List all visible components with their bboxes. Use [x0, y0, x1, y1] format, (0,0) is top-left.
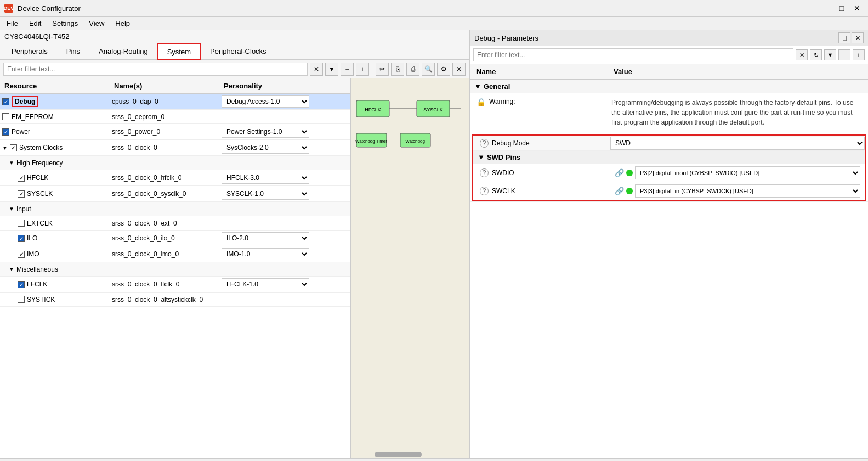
resource-cell: ✔ SYSCLK: [0, 189, 110, 198]
general-label: General: [484, 82, 510, 91]
em-eeprom-checkbox[interactable]: [2, 113, 9, 120]
tree-row[interactable]: SYSTICK srss_0_clock_0_altsystickclk_0: [0, 293, 350, 307]
ilo-personality-select[interactable]: ILO-2.0: [222, 232, 309, 244]
tree-row[interactable]: ✔ HFCLK srss_0_clock_0_hfclk_0 HFCLK-3.0: [0, 170, 350, 186]
right-refresh-button[interactable]: ↻: [810, 49, 822, 60]
system-clocks-expand[interactable]: ▼: [2, 145, 8, 151]
clear-filter-button[interactable]: ✕: [310, 63, 323, 76]
warning-name: 🔒 Warning:: [470, 93, 607, 132]
lfclk-checkbox[interactable]: ✓: [18, 281, 25, 288]
close-toolbar-button[interactable]: ✕: [452, 63, 466, 76]
swclk-status-dot: [626, 188, 633, 194]
general-expand[interactable]: ▼: [474, 82, 481, 91]
right-clear-button[interactable]: ✕: [796, 49, 808, 60]
menu-file[interactable]: File: [2, 18, 22, 29]
systick-checkbox[interactable]: [18, 296, 25, 303]
general-group-header[interactable]: ▼ General: [470, 80, 868, 93]
resource-cell: EXTCLK: [0, 219, 110, 228]
horizontal-scrollbar[interactable]: [375, 452, 422, 457]
debug-personality-select[interactable]: Debug Access-1.0: [222, 95, 309, 108]
resource-cell: ✓ Debug: [0, 95, 110, 108]
input-expand[interactable]: ▼: [9, 206, 14, 212]
swclk-pin-select[interactable]: P3[3] digital_in (CYBSP_SWDCK) [USED]: [635, 184, 860, 198]
right-collapse-button[interactable]: −: [838, 49, 850, 60]
power-personality-select[interactable]: Power Settings-1.0: [222, 126, 309, 138]
tree-row[interactable]: ▼ ✔ System Clocks srss_0_clock_0 SysCloc…: [0, 140, 350, 156]
right-filter-input[interactable]: [473, 48, 793, 61]
right-filter-button[interactable]: ▼: [824, 49, 836, 60]
minimize-button[interactable]: —: [820, 2, 833, 14]
tree-row[interactable]: ✔ IMO srss_0_clock_0_imo_0 IMO-1.0: [0, 246, 350, 262]
misc-expand[interactable]: ▼: [9, 266, 14, 272]
tab-pins[interactable]: Pins: [57, 43, 89, 60]
tab-peripherals[interactable]: Peripherals: [2, 43, 57, 60]
high-freq-expand[interactable]: ▼: [9, 160, 14, 166]
paste-button[interactable]: ⎙: [406, 63, 419, 76]
system-clocks-checkbox[interactable]: ✔: [10, 144, 17, 151]
cut-button[interactable]: ✂: [376, 63, 389, 76]
swd-pins-header[interactable]: ▼ SWD Pins: [473, 151, 865, 164]
tree-row[interactable]: ✓ LFCLK srss_0_clock_0_lfclk_0 LFCLK-1.0: [0, 277, 350, 293]
swclk-help-icon[interactable]: ?: [480, 187, 489, 195]
tree-row[interactable]: ✓ Debug cpuss_0_dap_0 Debug Access-1.0: [0, 94, 350, 110]
debug-mode-help-icon[interactable]: ?: [480, 139, 489, 148]
right-panel-filter: ✕ ↻ ▼ − +: [470, 46, 868, 64]
collapse-button[interactable]: −: [341, 63, 354, 76]
swdio-pin-select[interactable]: P3[2] digital_inout (CYBSP_SWDIO) [USED]: [635, 166, 860, 179]
swdio-link-icon[interactable]: 🔗: [615, 168, 624, 177]
close-panel-button[interactable]: ✕: [852, 32, 864, 43]
svg-text:Watchdog: Watchdog: [405, 139, 425, 144]
filter-input[interactable]: [3, 63, 308, 76]
tab-bar: Peripherals Pins Analog-Routing System P…: [0, 43, 469, 60]
sysclk-checkbox[interactable]: ✔: [18, 190, 25, 198]
resource-cell: SYSTICK: [0, 295, 110, 304]
maximize-button[interactable]: □: [835, 2, 848, 14]
menu-help[interactable]: Help: [111, 18, 134, 29]
settings-button[interactable]: ⚙: [437, 63, 450, 76]
left-panel: CY8C4046LQI-T452 Peripherals Pins Analog…: [0, 30, 469, 458]
personality-cell: Debug Access-1.0: [219, 95, 340, 108]
tree-row[interactable]: ✓ Power srss_0_power_0 Power Settings-1.…: [0, 124, 350, 140]
tab-analog-routing[interactable]: Analog-Routing: [89, 43, 157, 60]
personality-cell: [219, 116, 340, 117]
swd-expand[interactable]: ▼: [478, 153, 485, 161]
tree-row[interactable]: EM_EEPROM srss_0_eeprom_0: [0, 110, 350, 124]
zoom-button[interactable]: 🔍: [422, 63, 435, 76]
high-frequency-label: High Frequency: [16, 159, 63, 167]
ilo-checkbox[interactable]: ✓: [18, 235, 25, 242]
personality-cell: SYSCLK-1.0: [219, 187, 340, 200]
system-clocks-personality-select[interactable]: SysClocks-2.0: [222, 142, 309, 154]
filter-button[interactable]: ▼: [325, 63, 338, 76]
sysclk-label: SYSCLK: [27, 190, 53, 198]
imo-checkbox[interactable]: ✔: [18, 251, 25, 258]
tree-row[interactable]: ✔ SYSCLK srss_0_clock_0_sysclk_0 SYSCLK-…: [0, 186, 350, 202]
debug-checkbox[interactable]: ✓: [2, 98, 9, 105]
right-expand-button[interactable]: +: [853, 49, 865, 60]
menu-view[interactable]: View: [84, 18, 109, 29]
tab-system[interactable]: System: [157, 43, 201, 60]
copy-button[interactable]: ⎘: [391, 63, 404, 76]
menu-edit[interactable]: Edit: [25, 18, 46, 29]
name-col-header: Name: [470, 66, 607, 77]
system-clocks-label: System Clocks: [19, 144, 63, 151]
extclk-checkbox[interactable]: [18, 220, 25, 227]
power-checkbox[interactable]: ✓: [2, 128, 9, 136]
app-title: Device Configurator: [18, 4, 81, 13]
lfclk-personality-select[interactable]: LFCLK-1.0: [222, 278, 309, 290]
tree-row[interactable]: ✓ ILO srss_0_clock_0_ilo_0 ILO-2.0: [0, 231, 350, 246]
tab-peripheral-clocks[interactable]: Peripheral-Clocks: [201, 43, 276, 60]
swdio-help-icon[interactable]: ?: [480, 168, 489, 177]
debug-mode-select[interactable]: SWD JTAG: [610, 137, 865, 150]
imo-personality-select[interactable]: IMO-1.0: [222, 248, 309, 260]
tree-row[interactable]: EXTCLK srss_0_clock_0_ext_0: [0, 216, 350, 231]
hfclk-checkbox[interactable]: ✔: [18, 175, 25, 182]
restore-button[interactable]: ⎕: [838, 32, 850, 43]
personality-cell: [219, 223, 340, 224]
swclk-link-icon[interactable]: 🔗: [615, 187, 624, 195]
name-cell: srss_0_clock_0_ext_0: [110, 219, 219, 228]
sysclk-personality-select[interactable]: SYSCLK-1.0: [222, 188, 309, 200]
menu-settings[interactable]: Settings: [48, 18, 82, 29]
close-button[interactable]: ✕: [850, 2, 864, 14]
add-button[interactable]: +: [356, 63, 369, 76]
hfclk-personality-select[interactable]: HFCLK-3.0: [222, 172, 309, 184]
